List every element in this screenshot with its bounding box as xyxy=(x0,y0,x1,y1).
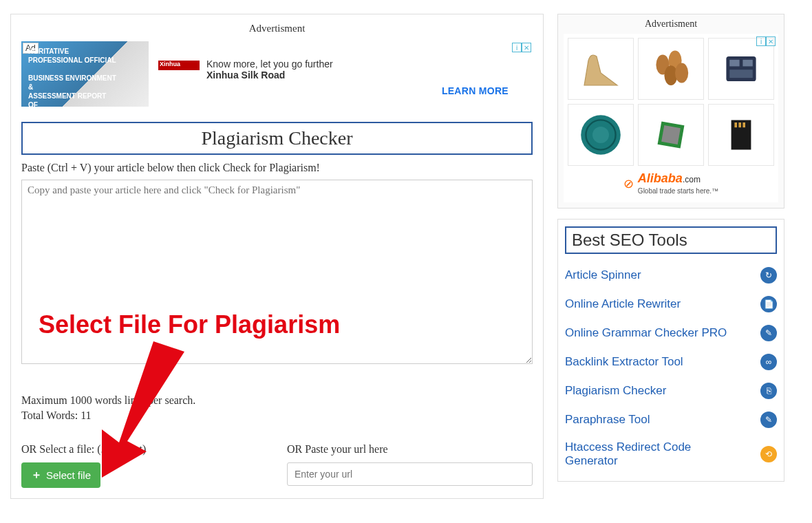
limits-block: Maximum 1000 words limit per search. Tot… xyxy=(21,393,533,424)
tool-label: Online Grammar Checker PRO xyxy=(565,326,727,340)
tool-label: Paraphrase Tool xyxy=(565,413,650,427)
tools-title: Best SEO Tools xyxy=(565,226,777,254)
tool-label: Article Spinner xyxy=(565,268,641,282)
para-icon: ✎ xyxy=(760,412,777,428)
ad-advertiser: Xinhua Silk Road xyxy=(206,70,333,81)
tool-label: Plagiarism Checker xyxy=(565,384,666,398)
backlink-icon: ∞ xyxy=(760,354,777,370)
main-ad-banner[interactable]: Ad HORITATIVE PROFESSIONAL OFFICIALBUSIN… xyxy=(21,41,533,107)
sidebar-ad-box: Advertisment i ✕ ⊘ Alibaba.comGlobal tra… xyxy=(557,14,784,209)
url-input[interactable] xyxy=(287,462,533,486)
redirect-icon: ⟲ xyxy=(760,446,777,462)
svg-rect-7 xyxy=(742,60,752,67)
total-words-text: Total Words: 11 xyxy=(21,408,533,423)
url-input-label: OR Paste your url here xyxy=(287,443,533,456)
instruction-text: Paste (Ctrl + V) your article below then… xyxy=(21,162,533,174)
ad-overlay-text: HORITATIVE PROFESSIONAL OFFICIALBUSINESS… xyxy=(28,47,121,107)
sidebar-ad-info-icon[interactable]: i xyxy=(756,36,766,46)
plus-icon: ＋ xyxy=(31,468,42,482)
tool-link-backlink[interactable]: Backlink Extractor Tool∞ xyxy=(565,348,777,376)
tool-label: Htaccess Redirect Code Generator xyxy=(565,440,737,468)
ad-info-icon[interactable]: i xyxy=(512,43,522,52)
sidebar-ad[interactable]: i ✕ ⊘ Alibaba.comGlobal trade starts her… xyxy=(564,34,778,202)
product-cell-storage[interactable] xyxy=(708,38,774,100)
tool-label: Backlink Extractor Tool xyxy=(565,355,683,369)
sidebar-ad-close-icon[interactable]: ✕ xyxy=(766,36,776,46)
ad-label: Advertisment xyxy=(21,23,533,34)
product-grid xyxy=(568,38,774,166)
product-cell-cpu[interactable] xyxy=(638,104,704,166)
ad-controls: i ✕ xyxy=(512,43,531,52)
page-title: Plagiarism Checker xyxy=(23,127,531,149)
max-words-text: Maximum 1000 words limit per search. xyxy=(21,393,533,408)
select-file-button-label: Select file xyxy=(46,469,91,481)
product-cell-heel[interactable] xyxy=(568,38,634,100)
file-select-label: OR Select a file: (.docx/.txt) xyxy=(21,443,280,456)
product-cell-cushion[interactable] xyxy=(568,104,634,166)
product-cell-almonds[interactable] xyxy=(638,38,704,100)
ad-image: Ad HORITATIVE PROFESSIONAL OFFICIALBUSIN… xyxy=(21,41,149,107)
svg-rect-16 xyxy=(742,122,745,127)
main-panel: Advertisment Ad HORITATIVE PROFESSIONAL … xyxy=(10,14,544,499)
tool-link-para[interactable]: Paraphrase Tool✎ xyxy=(565,405,777,434)
sidebar-ad-label: Advertisment xyxy=(558,14,784,31)
article-textarea[interactable] xyxy=(21,180,533,364)
grammar-icon: ✎ xyxy=(760,325,777,341)
svg-point-4 xyxy=(675,63,688,83)
spin-icon: ↻ xyxy=(760,267,777,284)
tool-link-spin[interactable]: Article Spinner↻ xyxy=(565,261,777,290)
tools-panel: Best SEO Tools Article Spinner↻Online Ar… xyxy=(557,219,784,482)
svg-point-11 xyxy=(592,127,609,143)
ad-close-icon[interactable]: ✕ xyxy=(522,43,531,52)
xinhua-logo-icon xyxy=(158,61,200,70)
tool-link-grammar[interactable]: Online Grammar Checker PRO✎ xyxy=(565,319,777,348)
tool-label: Online Article Rewriter xyxy=(565,297,681,311)
alibaba-logo[interactable]: ⊘ Alibaba.comGlobal trade starts here.™ xyxy=(568,166,774,198)
tool-link-plag[interactable]: Plagiarism Checker⎘ xyxy=(565,376,777,405)
ad-text-block: Know more, let you go further Xinhua Sil… xyxy=(158,58,333,81)
svg-rect-8 xyxy=(729,70,753,78)
svg-rect-15 xyxy=(738,122,741,127)
svg-rect-6 xyxy=(729,60,739,67)
ad-headline: Know more, let you go further xyxy=(206,58,333,70)
product-cell-sdcard[interactable] xyxy=(708,104,774,166)
tool-link-rewrite[interactable]: Online Article Rewriter📄 xyxy=(565,290,777,319)
select-file-button[interactable]: ＋ Select file xyxy=(21,462,100,488)
sidebar: Advertisment i ✕ ⊘ Alibaba.comGlobal tra… xyxy=(557,14,784,499)
page-title-box: Plagiarism Checker xyxy=(21,122,533,155)
plag-icon: ⎘ xyxy=(760,383,777,399)
ad-cta-link[interactable]: LEARN MORE xyxy=(442,85,509,96)
rewrite-icon: 📄 xyxy=(760,296,777,312)
svg-rect-13 xyxy=(661,125,681,145)
tool-link-redirect[interactable]: Htaccess Redirect Code Generator⟲ xyxy=(565,434,777,474)
svg-rect-14 xyxy=(734,122,737,127)
